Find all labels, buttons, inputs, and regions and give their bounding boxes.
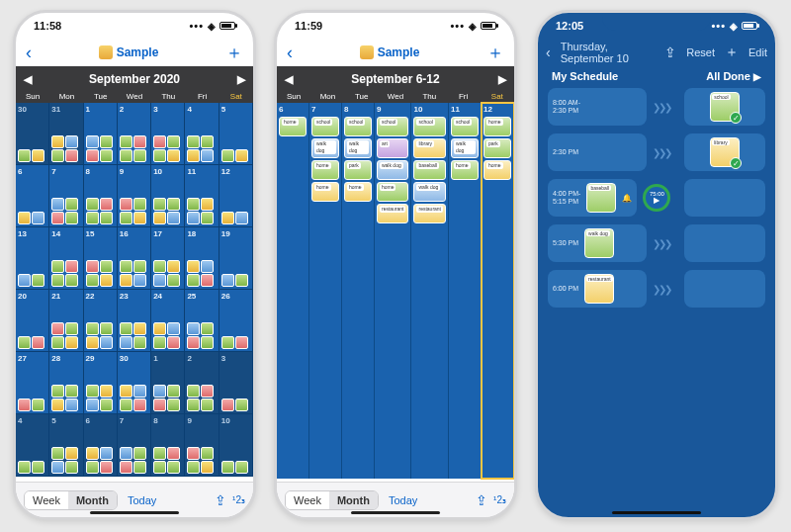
event-card[interactable]: home: [311, 182, 339, 202]
month-cell[interactable]: 4: [16, 414, 49, 477]
event-card[interactable]: home: [483, 160, 511, 180]
month-cell[interactable]: 25: [185, 290, 219, 352]
play-all-icon[interactable]: ▶: [753, 71, 761, 82]
week-column[interactable]: 8schoolwalk dogparkhome: [342, 103, 375, 479]
month-cell[interactable]: 19: [220, 227, 253, 290]
month-cell[interactable]: 3: [151, 103, 185, 165]
seg-month[interactable]: Month: [68, 491, 117, 509]
month-cell[interactable]: 1: [84, 103, 118, 165]
event-card[interactable]: home: [311, 160, 339, 180]
month-cell[interactable]: 29: [84, 352, 118, 414]
schedule-slot[interactable]: 6:00 PMrestaurant: [548, 270, 647, 308]
done-slot[interactable]: [684, 224, 765, 262]
month-cell[interactable]: 7: [118, 414, 151, 477]
week-grid[interactable]: 6home7schoolwalk doghomehome8schoolwalk …: [277, 103, 514, 479]
month-cell[interactable]: 6: [16, 165, 49, 227]
event-card[interactable]: school: [311, 117, 339, 136]
event-card[interactable]: walk dog: [344, 138, 372, 158]
move-right-icon[interactable]: ❯❯❯: [653, 102, 670, 113]
view-segmented-control[interactable]: Week Month: [285, 490, 379, 510]
month-cell[interactable]: 23: [118, 290, 151, 352]
month-cell[interactable]: 6: [84, 414, 118, 477]
month-cell[interactable]: 5: [49, 414, 83, 477]
month-cell[interactable]: 30: [16, 103, 49, 165]
back-button[interactable]: ‹: [26, 43, 32, 63]
month-cell[interactable]: 26: [220, 290, 253, 352]
reset-button[interactable]: Reset: [686, 46, 715, 58]
schedule-slot[interactable]: 2:30 PM: [548, 133, 647, 171]
event-card[interactable]: school: [377, 117, 409, 136]
event-card[interactable]: walk dog: [451, 138, 479, 158]
schedule-slot[interactable]: 4:00 PM- 5:15 PMbaseball🔔: [548, 179, 637, 217]
event-card[interactable]: school: [344, 117, 372, 136]
month-cell[interactable]: 1: [151, 352, 185, 414]
add-button[interactable]: ＋: [486, 41, 504, 64]
month-cell[interactable]: 30: [118, 352, 151, 414]
month-cell[interactable]: 9: [118, 165, 151, 227]
month-cell[interactable]: 4: [185, 103, 219, 165]
month-cell[interactable]: 14: [49, 227, 83, 290]
view-segmented-control[interactable]: Week Month: [24, 490, 118, 510]
event-card[interactable]: park: [483, 138, 511, 158]
done-slot[interactable]: school✓: [684, 88, 765, 126]
month-cell[interactable]: 17: [151, 227, 185, 290]
month-cell[interactable]: 21: [49, 290, 83, 352]
month-cell[interactable]: 9: [185, 414, 219, 477]
month-cell[interactable]: 18: [185, 227, 219, 290]
back-button[interactable]: ‹: [287, 43, 293, 63]
event-card[interactable]: home: [344, 182, 372, 202]
move-right-icon[interactable]: ❯❯❯: [653, 147, 670, 158]
move-right-icon[interactable]: ❯❯❯: [653, 284, 670, 295]
month-cell[interactable]: 22: [84, 290, 118, 352]
event-card[interactable]: art: [377, 138, 409, 158]
month-cell[interactable]: 20: [16, 290, 49, 352]
month-cell[interactable]: 10: [151, 165, 185, 227]
event-card[interactable]: restaurant: [413, 204, 446, 223]
month-cell[interactable]: 3: [220, 352, 253, 414]
share-button[interactable]: ⇪: [476, 492, 487, 508]
event-card[interactable]: walk dog: [377, 160, 409, 180]
week-column[interactable]: 6home: [277, 103, 309, 479]
prev-month-button[interactable]: ◀: [24, 73, 32, 86]
schedule-slot[interactable]: 5:30 PMwalk dog: [548, 224, 647, 262]
back-button[interactable]: ‹: [546, 44, 551, 60]
event-card[interactable]: school: [451, 117, 479, 136]
share-button[interactable]: ⇪: [215, 492, 226, 508]
month-cell[interactable]: 5: [220, 103, 253, 165]
month-cell[interactable]: 16: [118, 227, 151, 290]
event-card[interactable]: home: [279, 117, 307, 136]
schedule-slot[interactable]: 8:00 AM- 2:30 PM: [548, 88, 647, 126]
month-cell[interactable]: 8: [84, 165, 118, 227]
today-button[interactable]: Today: [128, 494, 156, 506]
month-cell[interactable]: 13: [16, 227, 49, 290]
event-card[interactable]: school: [413, 117, 446, 136]
seg-month[interactable]: Month: [329, 491, 378, 509]
month-cell[interactable]: 2: [185, 352, 219, 414]
seg-week[interactable]: Week: [25, 491, 68, 509]
counter-button[interactable]: ¹2₃: [493, 494, 506, 505]
prev-week-button[interactable]: ◀: [285, 73, 293, 86]
month-cell[interactable]: 10: [220, 414, 253, 477]
seg-week[interactable]: Week: [286, 491, 329, 509]
month-cell[interactable]: 28: [49, 352, 83, 414]
event-card[interactable]: walk dog: [413, 182, 446, 202]
month-cell[interactable]: 11: [185, 165, 219, 227]
event-card[interactable]: restaurant: [377, 204, 409, 223]
counter-button[interactable]: ¹2₃: [232, 494, 245, 505]
month-cell[interactable]: 24: [151, 290, 185, 352]
week-column[interactable]: 12homeparkhome: [482, 103, 514, 479]
event-card[interactable]: home: [377, 182, 409, 202]
week-column[interactable]: 11schoolwalk doghome: [449, 103, 482, 479]
add-button[interactable]: ＋: [225, 41, 243, 64]
today-button[interactable]: Today: [389, 494, 417, 506]
event-card[interactable]: home: [451, 160, 479, 180]
month-cell[interactable]: 27: [16, 352, 49, 414]
week-column[interactable]: 10schoollibrarybaseballwalk dogrestauran…: [411, 103, 449, 479]
month-cell[interactable]: 7: [49, 165, 83, 227]
share-button[interactable]: ⇪: [664, 44, 676, 60]
move-right-icon[interactable]: ❯❯❯: [653, 238, 670, 249]
month-cell[interactable]: 2: [118, 103, 151, 165]
event-card[interactable]: baseball: [413, 160, 446, 180]
timer-button[interactable]: 75:00▶: [643, 184, 670, 212]
edit-button[interactable]: Edit: [748, 46, 767, 58]
